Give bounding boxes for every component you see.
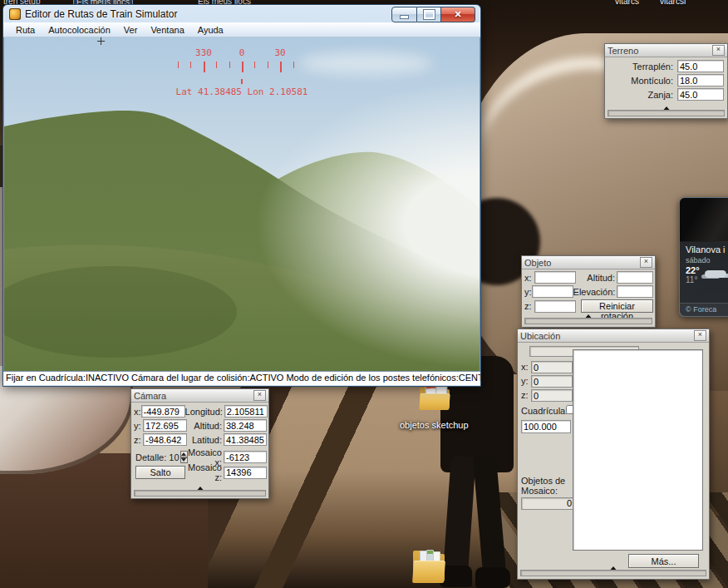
crosshair-cursor: [97, 37, 105, 45]
close-icon: ✕: [454, 10, 461, 19]
spin-up-icon[interactable]: [180, 451, 188, 457]
ubicacion-panel: Ubicación × x: y: z: Cuadrícula: Objetos…: [517, 329, 710, 580]
ubicacion-x-field[interactable]: [531, 361, 573, 373]
ubicacion-y-field[interactable]: [531, 375, 573, 388]
monticulo-field[interactable]: [677, 74, 724, 86]
mosaico-z-label: Mosaico z:: [185, 462, 224, 482]
mosaico-x-field[interactable]: [224, 451, 267, 463]
salto-button[interactable]: Salto: [135, 466, 185, 479]
objeto-x-label: x:: [522, 273, 534, 283]
minimize-button[interactable]: [391, 7, 417, 22]
latitud-field[interactable]: [224, 433, 267, 446]
detalle-spinner[interactable]: [180, 451, 188, 463]
objetos-mosaico-count: 0: [521, 497, 574, 510]
objeto-y-field[interactable]: [532, 285, 573, 298]
camara-title: Cámara: [134, 391, 253, 401]
weather-gadget[interactable]: Vilanova i sábado 22° 11° © Foreca: [679, 197, 728, 317]
maximize-button[interactable]: [417, 7, 441, 22]
weather-credit: © Foreca: [680, 303, 728, 316]
camara-y-label: y:: [131, 421, 143, 431]
ubicacion-collapse-bar[interactable]: [520, 570, 706, 576]
weather-day: sábado: [680, 255, 728, 265]
camara-z-field[interactable]: [143, 433, 187, 446]
grid-size-field[interactable]: [521, 420, 571, 433]
altitud-label: Altitud:: [576, 273, 617, 283]
zanja-label: Zanja:: [605, 90, 677, 100]
folder-icon-objetos-sketchup[interactable]: [420, 383, 450, 410]
close-icon[interactable]: ×: [712, 45, 725, 56]
objeto-y-label: y:: [522, 287, 532, 297]
desktop-icon-label[interactable]: vitarcsi: [660, 0, 686, 6]
compass-center-tick: [241, 79, 243, 84]
close-icon[interactable]: ×: [640, 257, 652, 268]
desktop: tren setup Els meus llocs Els meus llocs…: [0, 0, 728, 588]
objeto-collapse-bar[interactable]: [524, 318, 652, 324]
ubicacion-y-label: y:: [521, 376, 529, 386]
objeto-titlebar[interactable]: Objeto ×: [522, 256, 655, 269]
mas-button[interactable]: Más...: [628, 554, 699, 568]
mosaico-z-field[interactable]: [224, 467, 267, 479]
weather-city: Vilanova i: [680, 242, 728, 255]
terreno-panel: Terreno × Terraplén: Montículo: Zanja:: [604, 43, 728, 119]
ubicacion-z-label: z:: [521, 390, 529, 400]
viewport-3d[interactable]: 330 0 30 Lat 41.38485 Lon 2.10581: [3, 37, 480, 371]
titlebar[interactable]: Editor de Rutas de Train Simulator ✕: [3, 5, 480, 22]
altitud-field[interactable]: [617, 271, 653, 284]
desktop-icon-label[interactable]: vitarcs: [615, 0, 639, 6]
menubar: Ruta Autocolocación Ver Ventana Ayuda: [3, 22, 480, 37]
ubicacion-x-label: x:: [521, 362, 529, 372]
app-icon: [9, 8, 21, 20]
altitud-field[interactable]: [224, 419, 267, 432]
close-icon[interactable]: ×: [253, 390, 266, 401]
close-icon[interactable]: ×: [694, 330, 706, 341]
objeto-z-label: z:: [522, 301, 534, 311]
ubicacion-z-field[interactable]: [531, 389, 573, 402]
minimize-icon: [400, 15, 409, 19]
camara-z-label: z:: [131, 435, 143, 445]
menu-ver[interactable]: Ver: [118, 24, 144, 36]
folder-icon-bottom[interactable]: [413, 545, 445, 583]
menu-ventana[interactable]: Ventana: [145, 24, 189, 36]
terreno-titlebar[interactable]: Terreno ×: [605, 44, 727, 57]
menu-ruta[interactable]: Ruta: [10, 24, 41, 36]
compass-label-30: 30: [274, 47, 285, 58]
folder-label-objetos-sketchup[interactable]: objetos sketchup: [400, 420, 469, 430]
camara-titlebar[interactable]: Cámara ×: [131, 389, 268, 403]
ubicacion-listbox[interactable]: [573, 349, 703, 551]
close-button[interactable]: ✕: [441, 7, 475, 22]
terraplen-field[interactable]: [677, 60, 724, 72]
camara-x-field[interactable]: [141, 405, 185, 418]
altitud-label: Altitud:: [187, 421, 224, 431]
menu-autocolocacion[interactable]: Autocolocación: [42, 24, 116, 36]
reiniciar-rotacion-button[interactable]: Reiniciar rotación: [581, 299, 653, 313]
longitud-field[interactable]: [224, 405, 268, 418]
camara-y-field[interactable]: [143, 419, 187, 432]
objetos-mosaico-label-1: Objetos de: [521, 476, 565, 486]
objetos-mosaico-label-2: Mosaico:: [521, 486, 558, 496]
elevacion-label: Elevación:: [573, 287, 617, 297]
compass-label-0: 0: [239, 47, 245, 58]
objeto-x-field[interactable]: [534, 271, 576, 284]
latitud-label: Latitud:: [187, 435, 224, 445]
compass-label-330: 330: [195, 47, 212, 58]
camara-x-label: x:: [131, 407, 141, 417]
objeto-panel: Objeto × x: Altitud: y: Elevación: z: Re…: [521, 255, 656, 328]
objeto-z-field[interactable]: [534, 300, 576, 313]
menu-ayuda[interactable]: Ayuda: [192, 24, 229, 36]
maximize-icon: [424, 10, 435, 19]
status-bar: Fijar en Cuadrícula:INACTIVO Cámara del …: [3, 371, 480, 385]
terraplen-label: Terraplén:: [605, 62, 677, 72]
detalle-value: 10: [166, 452, 179, 462]
objeto-title: Objeto: [524, 258, 640, 268]
terreno-title: Terreno: [607, 46, 712, 56]
weather-webcam-image: [680, 198, 728, 242]
ubicacion-titlebar[interactable]: Ubicación ×: [518, 329, 709, 343]
terreno-collapse-bar[interactable]: [607, 110, 725, 116]
camara-panel: Cámara × x: Longitud: y: Altitud: z: Lat…: [130, 388, 269, 499]
elevacion-field[interactable]: [617, 285, 653, 298]
lat-lon-readout: Lat 41.38485 Lon 2.10581: [176, 86, 308, 97]
ubicacion-title: Ubicación: [520, 331, 694, 341]
monticulo-label: Montículo:: [605, 76, 677, 86]
camara-collapse-bar[interactable]: [134, 490, 266, 497]
zanja-field[interactable]: [677, 88, 724, 101]
